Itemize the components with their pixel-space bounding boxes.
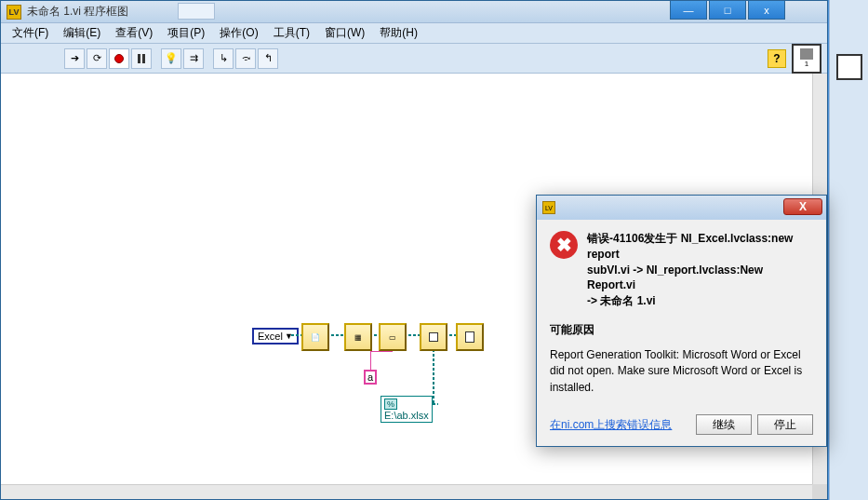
error-dialog-titlebar[interactable]: LV X [537, 196, 826, 220]
abort-button[interactable] [109, 48, 129, 69]
highlight-exec-button[interactable]: 💡 [161, 48, 181, 69]
retain-wire-values-button[interactable]: ⇉ [183, 48, 204, 69]
menu-view[interactable]: 查看(V) [108, 23, 160, 43]
possible-reason-heading: 可能原因 [550, 322, 813, 338]
wire [331, 334, 344, 336]
menu-tools[interactable]: 工具(T) [266, 23, 317, 43]
dropdown-icon[interactable]: ▼ [285, 331, 293, 341]
toolbar: ➔ ⟳ 💡 ⇉ ↳ ⤼ ↰ ? 1 [1, 44, 827, 74]
error-dialog: LV X ✖ 错误-41106发生于 NI_Excel.lvclass:new … [536, 195, 827, 447]
append-table-vi-node[interactable]: ▦ [344, 323, 372, 351]
new-report-vi-node[interactable]: 📄 [301, 323, 329, 351]
menu-file[interactable]: 文件(F) [5, 23, 56, 43]
stop-button[interactable]: 停止 [757, 414, 813, 435]
background-window [829, 0, 868, 500]
report-type-value: Excel [258, 331, 283, 342]
run-continuous-button[interactable]: ⟳ [87, 48, 107, 69]
vi-icon[interactable]: 1 [792, 44, 821, 74]
error-title: 错误-41106发生于 NI_Excel.lvclass:new report … [587, 231, 813, 309]
minimize-button[interactable]: — [670, 1, 707, 20]
task-thumbnail-icon [178, 3, 215, 20]
labview-app-icon: LV [7, 5, 21, 20]
path-value: E:\ab.xlsx [384, 410, 429, 421]
wire [291, 334, 301, 336]
scroll-corner [812, 484, 827, 499]
path-constant[interactable]: %E:\ab.xlsx [381, 396, 433, 423]
report-type-constant[interactable]: Excel ▼ [252, 328, 299, 345]
error-icon: ✖ [550, 231, 578, 259]
horizontal-scrollbar[interactable] [1, 484, 814, 499]
continue-button[interactable]: 继续 [696, 414, 752, 435]
maximize-button[interactable]: □ [709, 1, 746, 20]
labview-app-icon: LV [542, 201, 555, 214]
menu-edit[interactable]: 编辑(E) [56, 23, 108, 43]
menubar: 文件(F) 编辑(E) 查看(V) 项目(P) 操作(O) 工具(T) 窗口(W… [1, 23, 827, 44]
path-wire [433, 403, 438, 405]
step-out-button[interactable]: ↰ [258, 48, 278, 69]
error-reason-text: Report Generation Toolkit: Microsoft Wor… [550, 347, 813, 396]
path-tag-icon: % [384, 399, 397, 410]
menu-window[interactable]: 窗口(W) [317, 23, 372, 43]
dispose-report-vi-node[interactable] [456, 323, 484, 351]
path-wire [433, 351, 434, 403]
error-dialog-body: ✖ 错误-41106发生于 NI_Excel.lvclass:new repor… [537, 220, 826, 414]
pause-button[interactable] [131, 48, 152, 69]
close-button[interactable]: x [748, 1, 785, 20]
string-wire [370, 351, 393, 352]
wire [374, 334, 379, 336]
search-ni-link[interactable]: 在ni.com上搜索错误信息 [550, 417, 690, 433]
menu-help[interactable]: 帮助(H) [372, 23, 425, 43]
window-controls: — □ x [670, 1, 785, 20]
add-text-vi-node[interactable]: ▭ [379, 323, 407, 351]
error-dialog-footer: 在ni.com上搜索错误信息 继续 停止 [537, 414, 826, 446]
step-into-button[interactable]: ↳ [213, 48, 234, 69]
wire [449, 334, 456, 336]
menu-project[interactable]: 项目(P) [160, 23, 212, 43]
string-constant-a[interactable]: a [364, 370, 377, 385]
menu-operate[interactable]: 操作(O) [212, 23, 265, 43]
step-over-button[interactable]: ⤼ [235, 48, 256, 69]
wire [408, 334, 420, 336]
dialog-close-button[interactable]: X [783, 198, 822, 215]
run-button[interactable]: ➔ [64, 48, 85, 69]
context-help-button[interactable]: ? [768, 49, 786, 68]
vi-icon-secondary [836, 54, 862, 80]
save-report-vi-node[interactable] [420, 323, 447, 351]
